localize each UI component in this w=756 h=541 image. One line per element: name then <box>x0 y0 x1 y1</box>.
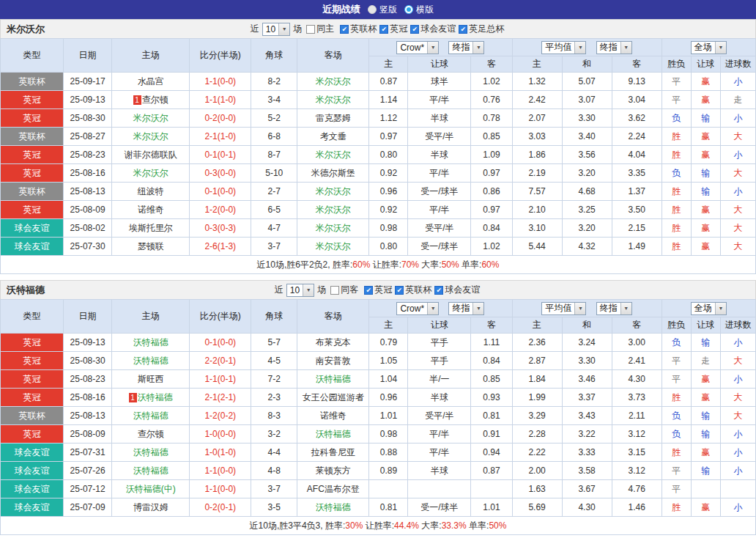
topbar: 近期战绩 竖版 横版 <box>0 0 756 19</box>
corner-score: 3-5 <box>251 498 297 517</box>
checkbox-checked-icon <box>410 25 419 34</box>
league-badge: 英冠 <box>1 389 64 407</box>
goals-outcome <box>720 480 755 498</box>
horizontal-layout-radio[interactable]: 横版 <box>404 4 434 16</box>
match-row: 英冠25-08-161沃特福德2-1(2-1)2-3女王公园巡游者0.96半球0… <box>1 389 756 407</box>
asia-company-select[interactable]: Crow*▼ <box>396 302 439 315</box>
away-team: 米尔沃尔 <box>297 238 369 256</box>
handicap-outcome: 输 <box>691 334 720 352</box>
league-filter-checkbox[interactable]: 英足总杯 <box>459 23 504 35</box>
corner-score: 4-8 <box>251 462 297 480</box>
same-venue-checkbox[interactable]: 同主 <box>306 23 334 35</box>
col-date: 日期 <box>64 300 112 334</box>
chevron-down-icon: ▼ <box>303 284 314 296</box>
goals-outcome: 小 <box>720 444 755 462</box>
match-row: 英冠25-08-09查尔顿1-0(0-0)3-2沃特福德0.98平/半0.912… <box>1 425 756 444</box>
handicap-outcome: 赢 <box>691 389 720 407</box>
col-home: 主场 <box>112 300 190 334</box>
match-row: 英联杯25-09-17水晶宫1-1(0-0)8-2米尔沃尔0.87球半1.021… <box>1 73 756 91</box>
col-handicap-outcome: 让球 <box>691 317 720 334</box>
handicap-outcome: 输 <box>691 183 720 201</box>
euro-stage-select[interactable]: 终指▼ <box>596 41 632 54</box>
scope-select[interactable]: 全场▼ <box>691 41 727 54</box>
euro-draw-odds: 3.37 <box>562 389 612 407</box>
league-filter-checkbox[interactable]: 英联杯 <box>395 284 431 296</box>
euro-draw-odds: 3.30 <box>562 352 612 370</box>
match-row: 英冠25-08-23谢菲尔德联队0-1(0-1)8-7米尔沃尔0.80半球1.0… <box>1 146 756 164</box>
chevron-down-icon: ▼ <box>472 303 483 314</box>
handicap-outcome: 赢 <box>691 444 720 462</box>
match-row: 英冠25-08-16米尔沃尔0-3(0-0)5-10米德尔斯堡0.92平/半0.… <box>1 164 756 183</box>
match-score: 0-2(0-0) <box>190 109 251 128</box>
league-filter-checkbox[interactable]: 球会友谊 <box>410 23 456 35</box>
euro-draw-odds: 3.46 <box>562 370 612 389</box>
league-badge: 球会友谊 <box>1 219 64 238</box>
match-outcome: 平 <box>662 480 691 498</box>
league-badge: 球会友谊 <box>1 238 64 256</box>
asia-company-select[interactable]: Crow*▼ <box>396 41 439 54</box>
corner-score: 6-5 <box>251 201 297 219</box>
euro-home-odds: 3.03 <box>512 128 562 146</box>
col-score: 比分(半场) <box>190 300 251 334</box>
asia-away-odds: 0.85 <box>471 370 512 389</box>
asia-home-odds: 0.80 <box>369 238 408 256</box>
euro-away-odds: 3.62 <box>612 109 662 128</box>
euro-away-odds: 2.41 <box>612 352 662 370</box>
euro-away-odds: 1.46 <box>612 498 662 517</box>
corner-score: 8-2 <box>251 73 297 91</box>
chevron-down-icon: ▼ <box>472 42 483 54</box>
asia-away-odds: 0.93 <box>471 389 512 407</box>
vertical-layout-radio[interactable]: 竖版 <box>368 4 397 16</box>
asia-away-odds: 0.85 <box>471 128 512 146</box>
match-row: 英联杯25-08-13沃特福德1-2(0-2)8-3诺维奇1.01受平/半0.8… <box>1 407 756 425</box>
panel-title: 近期战绩 <box>322 3 360 16</box>
euro-home-odds: 7.57 <box>512 183 562 201</box>
match-date: 25-08-16 <box>64 389 112 407</box>
away-team: 雷克瑟姆 <box>297 109 369 128</box>
league-filter-checkbox[interactable]: 英冠 <box>379 23 407 35</box>
chevron-down-icon: ▼ <box>620 303 631 314</box>
match-outcome: 胜 <box>662 201 691 219</box>
match-count-select[interactable]: 10▼ <box>262 23 290 36</box>
match-count-select[interactable]: 10▼ <box>286 284 314 297</box>
corner-score: 6-8 <box>251 128 297 146</box>
euro-company-select[interactable]: 平均值▼ <box>541 302 586 315</box>
match-date: 25-07-26 <box>64 462 112 480</box>
summary-line: 近10场,胜6平2负2, 胜率:60% 让胜率:70% 大率:50% 单率:60… <box>1 256 756 274</box>
goals-outcome: 小 <box>720 146 755 164</box>
home-team: 瑟顿联 <box>112 238 190 256</box>
league-badge: 英联杯 <box>1 183 64 201</box>
euro-home-odds: 5.69 <box>512 498 562 517</box>
euro-stage-select[interactable]: 终指▼ <box>596 302 632 315</box>
same-venue-checkbox[interactable]: 同客 <box>330 284 358 296</box>
league-badge: 英冠 <box>1 91 64 109</box>
corner-score: 5-10 <box>251 164 297 183</box>
handicap-outcome: 赢 <box>691 201 720 219</box>
euro-draw-odds: 4.68 <box>562 183 612 201</box>
league-badge: 英冠 <box>1 425 64 444</box>
euro-company-select[interactable]: 平均值▼ <box>541 41 586 54</box>
euro-draw-odds: 5.07 <box>562 73 612 91</box>
asia-stage-select[interactable]: 终指▼ <box>448 41 484 54</box>
checkbox-checked-icon <box>364 286 373 295</box>
league-filter-checkbox[interactable]: 英冠 <box>364 284 392 296</box>
corner-score: 4-4 <box>251 444 297 462</box>
handicap-outcome: 输 <box>691 164 720 183</box>
asia-stage-select[interactable]: 终指▼ <box>448 302 484 315</box>
euro-home-odds: 2.22 <box>512 444 562 462</box>
col-euro-away: 客 <box>612 56 662 73</box>
away-team: 米尔沃尔 <box>297 146 369 164</box>
corner-score: 3-7 <box>251 480 297 498</box>
match-row: 球会友谊25-07-30瑟顿联2-6(1-3)3-7米尔沃尔0.80受一/球半1… <box>1 238 756 256</box>
league-filter-checkbox[interactable]: 球会友谊 <box>434 284 480 296</box>
match-row: 球会友谊25-07-26沃特福德1-1(0-0)4-8莱顿东方0.89半球0.8… <box>1 462 756 480</box>
vertical-layout-label: 竖版 <box>379 4 397 16</box>
match-score: 1-1(0-0) <box>190 73 251 91</box>
home-team: 埃斯托里尔 <box>112 219 190 238</box>
match-date: 25-09-13 <box>64 91 112 109</box>
goals-outcome: 小 <box>720 183 755 201</box>
league-filter-checkbox[interactable]: 英联杯 <box>340 23 377 35</box>
scope-select[interactable]: 全场▼ <box>691 302 727 315</box>
euro-away-odds: 9.13 <box>612 73 662 91</box>
match-outcome: 负 <box>662 334 691 352</box>
